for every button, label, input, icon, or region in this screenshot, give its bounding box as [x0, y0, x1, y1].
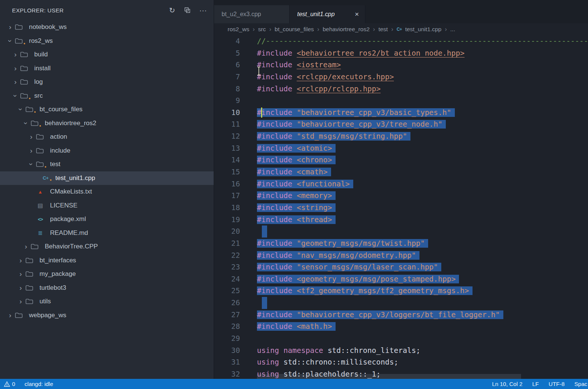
code-line-29[interactable]: 29	[214, 333, 588, 345]
code-line-13[interactable]: 13#include <atomic>	[214, 142, 588, 154]
tree-item-ros2-ws[interactable]: ›ros2_ws	[0, 34, 214, 48]
breadcrumb-item-src[interactable]: src	[258, 26, 266, 33]
code-line-8[interactable]: 8#include <rclcpp/rclcpp.hpp>	[214, 83, 588, 95]
code-token: using	[257, 358, 279, 366]
code-token: #include	[257, 168, 292, 176]
refresh-explorer-icon[interactable]: ↻	[169, 7, 175, 14]
code-line-25[interactable]: 25#include <tf2_geometry_msgs/tf2_geomet…	[214, 285, 588, 297]
tree-item-include[interactable]: ›include	[0, 144, 214, 158]
code-token	[292, 180, 297, 188]
tree-item-log[interactable]: ›log	[0, 75, 214, 89]
encoding-indicator[interactable]: UTF-8	[548, 381, 565, 387]
code-line-24[interactable]: 24#include <geometry_msgs/msg/pose_stamp…	[214, 273, 588, 285]
problems-indicator[interactable]: 0	[4, 381, 15, 387]
breadcrumb-more[interactable]: ...	[450, 26, 455, 33]
tree-item-cmakelists-txt[interactable]: ›▲CMakeLists.txt	[0, 185, 214, 199]
code-line-9[interactable]: 9	[214, 95, 588, 107]
breadcrumb-item-behaviortree-ros2[interactable]: behaviortree_ros2	[323, 26, 370, 33]
tree-item-utils[interactable]: ›utils	[0, 295, 214, 309]
tree-item-bt-course-files[interactable]: ›bt_course_files	[0, 103, 214, 117]
more-actions-icon[interactable]: ···	[199, 7, 207, 14]
close-tab-icon[interactable]: ×	[353, 10, 360, 18]
tab-bt-u2-ex3-cpp[interactable]: bt_u2_ex3.cpp	[214, 5, 290, 23]
tree-item-turtlebot3[interactable]: ›turtlebot3	[0, 281, 214, 295]
tree-item-bt-interfaces[interactable]: ›bt_interfaces	[0, 254, 214, 268]
selection-highlight: #include <functional>	[257, 180, 353, 188]
code-token: <memory>	[297, 191, 332, 200]
breadcrumb-separator-icon: ›	[253, 26, 255, 33]
tree-item-readme-md[interactable]: ›≣README.md	[0, 226, 214, 240]
selection-highlight	[262, 297, 267, 309]
code-line-text	[240, 297, 267, 309]
tree-item-my-package[interactable]: ›my_package	[0, 267, 214, 281]
code-line-6[interactable]: 6#include <iostream>	[214, 59, 588, 71]
code-token: #include	[257, 120, 292, 129]
breadcrumb-item-test-unit1-cpp[interactable]: test_unit1.cpp	[405, 26, 442, 33]
breadcrumb-item-bt-course-files[interactable]: bt_course_files	[275, 26, 314, 33]
code-editor[interactable]: 4//-------------------------------------…	[214, 35, 588, 379]
code-line-31[interactable]: 31using std::chrono::milliseconds;	[214, 356, 588, 368]
code-line-10[interactable]: 10#include "behaviortree_cpp_v3/basic_ty…	[214, 107, 588, 119]
code-line-15[interactable]: 15#include <cmath>	[214, 166, 588, 178]
code-line-18[interactable]: 18#include <string>	[214, 202, 588, 214]
selection-highlight: #include <geometry_msgs/msg/pose_stamped…	[257, 275, 459, 283]
tree-item-action[interactable]: ›action	[0, 130, 214, 144]
code-line-12[interactable]: 12#include "std_msgs/msg/string.hpp"	[214, 130, 588, 142]
code-token	[292, 215, 297, 224]
tree-item-test-unit1-cpp[interactable]: ›C+test_unit1.cpp	[0, 171, 214, 185]
code-line-7[interactable]: 7#include <rclcpp/executors.hpp>	[214, 71, 588, 83]
horizontal-scrollbar[interactable]	[257, 374, 521, 379]
folder-icon	[20, 79, 32, 85]
code-line-27[interactable]: 27#include "behaviortree_cpp_v3/loggers/…	[214, 309, 588, 321]
collapse-folders-icon[interactable]	[184, 7, 190, 13]
tab-test-unit1-cpp[interactable]: test_unit1.cpp×	[290, 5, 365, 23]
clangd-status[interactable]: clangd: idle	[24, 381, 53, 387]
tree-item-notebook-ws[interactable]: ›notebook_ws	[0, 20, 214, 34]
code-line-22[interactable]: 22#include "nav_msgs/msg/odometry.hpp"	[214, 250, 588, 262]
code-token: <cmath>	[297, 168, 328, 176]
breadcrumb-item-ros2-ws[interactable]: ros2_ws	[228, 26, 249, 33]
code-line-30[interactable]: 30using namespace std::chrono_literals;	[214, 345, 588, 357]
folder-icon	[26, 298, 38, 304]
selection-highlight	[262, 226, 267, 238]
code-line-text	[240, 333, 257, 345]
tree-item-webpage-ws[interactable]: ›webpage_ws	[0, 309, 214, 322]
breadcrumb-item-test[interactable]: test	[378, 26, 388, 33]
line-number: 28	[214, 321, 240, 333]
code-token	[292, 203, 297, 212]
code-line-5[interactable]: 5#include <behaviortree_ros2/bt_action_n…	[214, 47, 588, 59]
indentation-indicator[interactable]: Spac	[574, 381, 587, 387]
tree-item-behaviortree-cpp[interactable]: ›BehaviorTree.CPP	[0, 240, 214, 254]
code-token: <tf2_geometry_msgs/tf2_geometry_msgs.h>	[297, 286, 469, 295]
code-line-17[interactable]: 17#include <memory>	[214, 190, 588, 202]
folder-icon	[20, 51, 32, 58]
code-line-28[interactable]: 28#include <math.h>	[214, 321, 588, 333]
tree-item-license[interactable]: ›▤LICENSE	[0, 199, 214, 213]
chevron-right-icon: ›	[26, 147, 36, 155]
tree-item-behaviortree-ros2[interactable]: ›behaviortree_ros2	[0, 117, 214, 130]
tree-item-test[interactable]: ›test	[0, 157, 214, 171]
chevron-right-icon: ›	[21, 242, 31, 251]
selection-highlight: #include "std_msgs/msg/string.hpp"	[257, 132, 410, 141]
code-token: using	[257, 346, 279, 355]
code-line-14[interactable]: 14#include <chrono>	[214, 154, 588, 166]
code-line-text: #include "geometry_msgs/msg/twist.hpp"	[240, 238, 428, 250]
code-line-11[interactable]: 11#include "behaviortree_cpp_v3/tree_nod…	[214, 118, 588, 130]
code-line-16[interactable]: 16#include <functional>	[214, 178, 588, 190]
tree-item-src[interactable]: ›src	[0, 89, 214, 103]
license-file-icon: ▤	[36, 203, 48, 208]
tree-item-package-xml[interactable]: ›<>package.xml	[0, 212, 214, 226]
code-line-26[interactable]: 26	[214, 297, 588, 309]
status-bar: 0 clangd: idle Ln 10, Col 2LFUTF-8Spac	[0, 379, 588, 389]
code-token: #include	[257, 275, 292, 283]
cursor-position[interactable]: Ln 10, Col 2	[492, 381, 523, 387]
code-line-19[interactable]: 19#include <thread>	[214, 214, 588, 226]
selection-highlight: #include <tf2_geometry_msgs/tf2_geometry…	[257, 286, 473, 295]
code-line-4[interactable]: 4//-------------------------------------…	[214, 35, 588, 47]
tree-item-build[interactable]: ›build	[0, 48, 214, 62]
code-line-21[interactable]: 21#include "geometry_msgs/msg/twist.hpp"	[214, 238, 588, 250]
code-line-23[interactable]: 23#include "sensor_msgs/msg/laser_scan.h…	[214, 261, 588, 273]
code-line-20[interactable]: 20	[214, 226, 588, 238]
tree-item-install[interactable]: ›install	[0, 62, 214, 76]
eol-indicator[interactable]: LF	[532, 381, 539, 387]
